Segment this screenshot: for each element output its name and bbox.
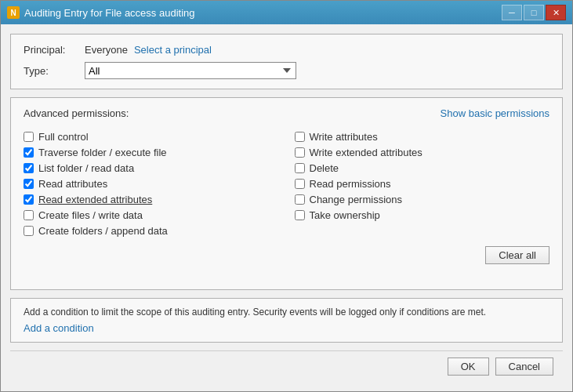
create-folders-checkbox[interactable] bbox=[24, 226, 34, 236]
write-attrs-checkbox[interactable] bbox=[295, 132, 305, 142]
list-item: Read extended attributes bbox=[24, 191, 279, 207]
list-item: Full control bbox=[24, 129, 279, 144]
traverse-label: Traverse folder / execute file bbox=[38, 147, 167, 158]
add-condition-link[interactable]: Add a condition bbox=[24, 322, 94, 334]
ok-button[interactable]: OK bbox=[448, 358, 489, 376]
window-controls: ─ □ ✕ bbox=[502, 5, 566, 20]
condition-section: Add a condition to limit the scope of th… bbox=[10, 298, 563, 343]
type-label: Type: bbox=[24, 65, 78, 77]
write-ext-attrs-checkbox[interactable] bbox=[295, 147, 305, 158]
list-item: Create files / write data bbox=[24, 207, 279, 223]
list-item: Delete bbox=[295, 160, 550, 176]
change-perms-label: Change permissions bbox=[310, 194, 403, 205]
list-folder-label: List folder / read data bbox=[38, 162, 134, 174]
create-files-label: Create files / write data bbox=[38, 209, 143, 221]
principal-name: Everyone bbox=[85, 44, 128, 56]
full-control-checkbox[interactable] bbox=[24, 132, 34, 142]
read-ext-attrs-checkbox[interactable] bbox=[24, 194, 34, 205]
minimize-button[interactable]: ─ bbox=[502, 5, 522, 20]
list-item: Write extended attributes bbox=[295, 144, 550, 160]
type-row: Type: All Success Fail bbox=[24, 62, 549, 79]
read-ext-attrs-label: Read extended attributes bbox=[38, 194, 152, 205]
select-principal-link[interactable]: Select a principal bbox=[134, 44, 212, 56]
permissions-grid: Full control Traverse folder / execute f… bbox=[24, 129, 549, 238]
read-perms-checkbox[interactable] bbox=[295, 179, 305, 189]
title-bar-left: N Auditing Entry for File access auditin… bbox=[7, 6, 195, 19]
take-ownership-label: Take ownership bbox=[310, 209, 380, 221]
delete-checkbox[interactable] bbox=[295, 163, 305, 173]
permissions-left-column: Full control Traverse folder / execute f… bbox=[24, 129, 279, 238]
list-item: Read attributes bbox=[24, 176, 279, 191]
permissions-right-column: Write attributes Write extended attribut… bbox=[295, 129, 550, 238]
principal-label: Principal: bbox=[24, 44, 78, 56]
bottom-bar: OK Cancel bbox=[10, 350, 563, 382]
delete-label: Delete bbox=[310, 162, 339, 174]
list-item: List folder / read data bbox=[24, 160, 279, 176]
permissions-header: Advanced permissions: Show basic permiss… bbox=[24, 107, 549, 119]
window-title: Auditing Entry for File access auditing bbox=[24, 7, 195, 19]
list-item: Change permissions bbox=[295, 191, 550, 207]
write-ext-attrs-label: Write extended attributes bbox=[310, 147, 422, 158]
list-item: Take ownership bbox=[295, 207, 550, 223]
traverse-checkbox[interactable] bbox=[24, 147, 34, 158]
condition-description: Add a condition to limit the scope of th… bbox=[24, 307, 549, 318]
clear-all-button[interactable]: Clear all bbox=[485, 246, 549, 264]
list-item: Read permissions bbox=[295, 176, 550, 191]
main-window: N Auditing Entry for File access auditin… bbox=[0, 0, 573, 392]
permissions-section: Advanced permissions: Show basic permiss… bbox=[10, 97, 563, 290]
take-ownership-checkbox[interactable] bbox=[295, 210, 305, 220]
close-button[interactable]: ✕ bbox=[546, 5, 566, 20]
maximize-button[interactable]: □ bbox=[524, 5, 544, 20]
full-control-label: Full control bbox=[38, 131, 89, 143]
list-item: Write attributes bbox=[295, 129, 550, 144]
read-attrs-checkbox[interactable] bbox=[24, 179, 34, 189]
create-files-checkbox[interactable] bbox=[24, 210, 34, 220]
type-select[interactable]: All Success Fail bbox=[85, 62, 296, 79]
change-perms-checkbox[interactable] bbox=[295, 194, 305, 205]
create-folders-label: Create folders / append data bbox=[38, 225, 168, 237]
cancel-button[interactable]: Cancel bbox=[495, 358, 553, 376]
list-folder-checkbox[interactable] bbox=[24, 163, 34, 173]
show-basic-link[interactable]: Show basic permissions bbox=[441, 107, 549, 119]
list-item: Create folders / append data bbox=[24, 223, 279, 238]
list-item: Traverse folder / execute file bbox=[24, 144, 279, 160]
principal-row: Principal: Everyone Select a principal bbox=[24, 44, 549, 56]
title-bar: N Auditing Entry for File access auditin… bbox=[1, 1, 572, 24]
window-body: Principal: Everyone Select a principal T… bbox=[1, 24, 572, 391]
clear-all-row: Clear all bbox=[24, 246, 549, 264]
app-icon: N bbox=[7, 6, 20, 19]
read-attrs-label: Read attributes bbox=[38, 178, 107, 190]
principal-section: Principal: Everyone Select a principal T… bbox=[10, 34, 563, 89]
write-attrs-label: Write attributes bbox=[310, 131, 378, 143]
permissions-title: Advanced permissions: bbox=[24, 107, 129, 119]
read-perms-label: Read permissions bbox=[310, 178, 391, 190]
